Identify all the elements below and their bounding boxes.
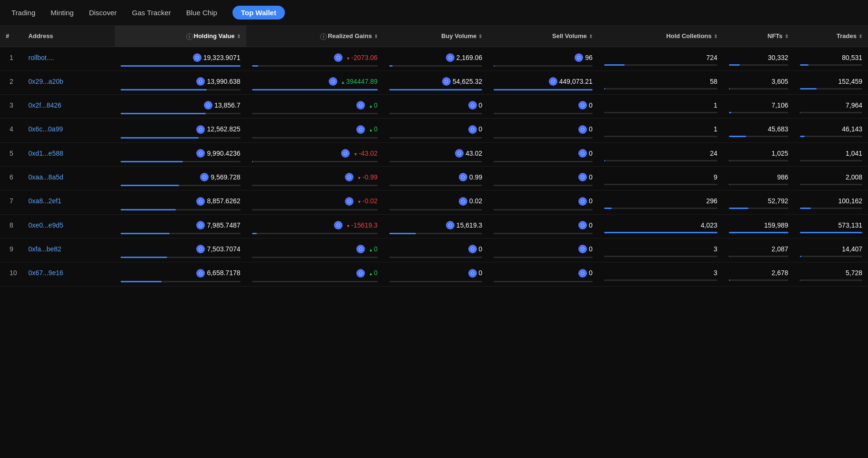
col-header-nfts[interactable]: NFTs⇕ <box>723 26 794 47</box>
table-body: 1rollbot.... 19,323.9071 ▼-2073.06 2,169… <box>0 47 868 286</box>
buy-bar-wrap <box>389 281 483 282</box>
holdc-bar-wrap <box>604 64 717 66</box>
holdc-bar-wrap <box>604 88 717 90</box>
table-row[interactable]: 60xaa...8a5d 9,569.728 ▼-0.99 0.99 0 <box>0 167 868 190</box>
trades-cell: 573,131 <box>794 214 868 238</box>
col-label: Sell Volume <box>552 32 587 40</box>
info-icon[interactable]: i <box>320 33 327 40</box>
col-header-holdingValue[interactable]: iHolding Value⇕ <box>115 26 246 47</box>
nfts-bar <box>729 112 731 113</box>
table-row[interactable]: 40x6c...0a99 12,562.825 ▲0 0 0 <box>0 119 868 142</box>
nfts-value: 52,792 <box>729 197 788 205</box>
rank-cell: 4 <box>0 119 23 142</box>
nfts-cell: 7,106 <box>723 95 794 119</box>
table-row[interactable]: 70xa8...2ef1 8,857.6262 ▼-0.02 0.02 0 <box>0 190 868 214</box>
address-cell: 0x6c...0a99 <box>23 119 115 142</box>
holdc-bar-wrap <box>604 256 717 257</box>
hold-collections-value: 296 <box>604 197 717 205</box>
nfts-cell: 52,792 <box>723 190 794 214</box>
buy-bar <box>389 65 393 67</box>
realized-gains-cell: ▲0 <box>246 262 384 286</box>
trades-bar <box>800 112 800 113</box>
gains-bar-wrap <box>252 113 378 114</box>
eth-icon <box>446 221 454 229</box>
table-row[interactable]: 1rollbot.... 19,323.9071 ▼-2073.06 2,169… <box>0 47 868 70</box>
table-row[interactable]: 20x29...a20b 13,990.638 ▲394447.89 54,62… <box>0 70 868 94</box>
nfts-value: 2,087 <box>729 245 788 253</box>
sort-icon: ⇕ <box>589 34 593 39</box>
trades-cell: 5,728 <box>794 262 868 286</box>
buy-volume-value: 15,619.3 <box>389 221 483 230</box>
nfts-bar <box>729 88 730 90</box>
trades-bar-wrap <box>800 160 862 161</box>
holdc-bar-wrap <box>604 112 717 113</box>
address-link[interactable]: 0xaa...8a5d <box>29 173 63 181</box>
eth-icon <box>334 221 343 229</box>
col-header-holdCollections[interactable]: Hold Colletions⇕ <box>598 26 723 47</box>
table-row[interactable]: 100x67...9e16 6,658.7178 ▲0 0 0 <box>0 262 868 286</box>
col-header-trades[interactable]: Trades⇕ <box>794 26 868 47</box>
info-icon[interactable]: i <box>186 33 193 40</box>
nav-item-trading[interactable]: Trading <box>11 6 35 20</box>
nfts-bar <box>729 136 746 137</box>
trades-bar <box>800 88 817 90</box>
trades-cell: 2,008 <box>794 167 868 190</box>
address-link[interactable]: 0x6c...0a99 <box>29 125 63 133</box>
nfts-bar <box>729 256 729 257</box>
address-link[interactable]: 0xd1...e588 <box>29 149 63 157</box>
buy-volume-cell: 43.02 <box>384 142 488 166</box>
nfts-bar-wrap <box>729 279 788 281</box>
trend-icon: ▼ <box>346 56 350 61</box>
address-link[interactable]: 0xe0...e9d5 <box>29 221 63 229</box>
address-link[interactable]: 0xfa...be82 <box>29 245 61 253</box>
holding-bar-wrap <box>121 281 240 282</box>
realized-gains-value: ▼-0.02 <box>252 197 378 206</box>
address-link[interactable]: rollbot.... <box>29 54 54 61</box>
col-header-sellVolume[interactable]: Sell Volume⇕ <box>488 26 598 47</box>
holding-bar <box>121 233 170 234</box>
trades-bar-wrap <box>800 64 862 66</box>
table-header: #AddressiHolding Value⇕iRealized Gains⇕B… <box>0 26 868 47</box>
trades-cell: 80,531 <box>794 47 868 70</box>
nav-item-blue-chip[interactable]: Blue Chip <box>186 6 217 20</box>
trend-icon: ▲ <box>369 104 373 109</box>
col-label: Buy Volume <box>441 32 476 40</box>
nav-item-minting[interactable]: Minting <box>50 6 73 20</box>
realized-gains-value: ▼-2073.06 <box>252 54 378 62</box>
address-link[interactable]: 0xa8...2ef1 <box>29 197 61 205</box>
sell-volume-cell: 449,073.21 <box>488 70 598 94</box>
sell-bar-wrap <box>494 281 592 282</box>
trend-icon: ▲ <box>369 271 373 276</box>
holding-bar <box>121 209 176 210</box>
sort-icon: ⇕ <box>785 34 788 39</box>
holdc-bar-wrap <box>604 160 717 161</box>
address-link[interactable]: 0x2f...8426 <box>29 101 61 109</box>
buy-volume-value: 0 <box>389 245 483 254</box>
address-link[interactable]: 0x29...a20b <box>29 78 63 85</box>
address-cell: 0xaa...8a5d <box>23 167 115 190</box>
eth-icon <box>442 77 451 86</box>
table-row[interactable]: 50xd1...e588 9,990.4236 ▼-43.02 43.02 0 <box>0 142 868 166</box>
realized-gains-value: ▼-15619.3 <box>252 221 378 230</box>
rank-cell: 9 <box>0 238 23 262</box>
nav-item-gas-tracker[interactable]: Gas Tracker <box>132 6 171 20</box>
holding-value: 13,990.638 <box>121 78 240 86</box>
eth-icon <box>459 173 467 181</box>
trades-value: 46,143 <box>800 125 862 133</box>
holding-value-cell: 19,323.9071 <box>115 47 246 70</box>
col-header-realizedGains[interactable]: iRealized Gains⇕ <box>246 26 384 47</box>
holdc-bar-wrap <box>604 232 717 233</box>
rank-cell: 7 <box>0 190 23 214</box>
col-header-buyVolume[interactable]: Buy Volume⇕ <box>384 26 488 47</box>
nav-item-top-wallet[interactable]: Top Wallet <box>232 6 285 20</box>
table-row[interactable]: 80xe0...e9d5 7,985.7487 ▼-15619.3 15,619… <box>0 214 868 238</box>
navigation: TradingMintingDiscoverGas TrackerBlue Ch… <box>0 0 868 26</box>
table-row[interactable]: 30x2f...8426 13,856.7 ▲0 0 0 <box>0 95 868 119</box>
table-row[interactable]: 90xfa...be82 7,503.7074 ▲0 0 0 <box>0 238 868 262</box>
eth-icon <box>468 245 477 253</box>
nav-item-discover[interactable]: Discover <box>89 6 117 20</box>
trend-icon: ▼ <box>353 152 358 157</box>
holding-value-cell: 6,658.7178 <box>115 262 246 286</box>
nfts-value: 45,683 <box>729 125 788 133</box>
address-link[interactable]: 0x67...9e16 <box>29 269 63 277</box>
